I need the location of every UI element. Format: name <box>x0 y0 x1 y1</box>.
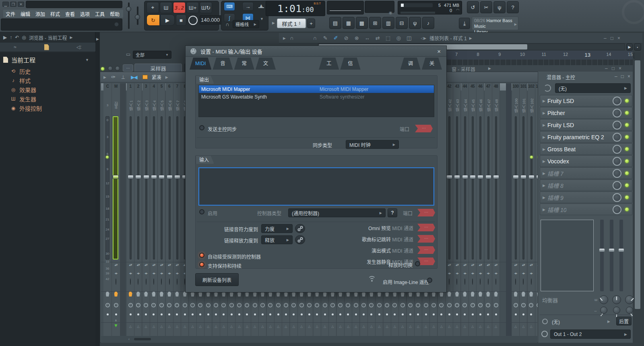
effect-slot[interactable]: ▶ 插槽 10 <box>540 204 632 215</box>
window-toggle-icon[interactable]: ▥ <box>382 17 394 29</box>
chevron-down-icon[interactable]: ▼ <box>260 17 264 21</box>
menu-item[interactable]: 添加 <box>35 10 45 17</box>
slot-mix-knob[interactable] <box>613 121 621 130</box>
option-radio[interactable] <box>199 253 204 258</box>
window-toggle-icon[interactable]: ▦ <box>343 17 355 29</box>
toggle-on-release-radio[interactable] <box>415 261 420 266</box>
collapse-caret-icon[interactable]: ▼ <box>85 58 89 62</box>
toolbar-icon[interactable]: ? <box>507 1 519 13</box>
link-knob-icon[interactable] <box>295 235 305 244</box>
dialog-tab[interactable]: 信息 <box>340 58 360 70</box>
controller-type-select[interactable]: (通用控制器)▶ <box>288 208 386 217</box>
mixer-menu-icon[interactable]: ▶ <box>103 75 106 79</box>
slot-enable-led[interactable] <box>625 135 629 139</box>
library-banner[interactable]: 08/26 Harmor Bass Music Library ▶ <box>472 16 518 30</box>
slot-caret-icon[interactable]: ▶ <box>543 196 545 200</box>
slot-mix-knob[interactable] <box>613 169 621 178</box>
mixer-track-101[interactable]: 101插入 101▴▾◂▸△ <box>520 83 527 342</box>
tab-audio-icon[interactable]: ◁: <box>76 44 82 50</box>
menu-item[interactable]: 帮助 <box>110 10 120 17</box>
minimize-icon[interactable]: ▁ <box>2 2 9 7</box>
toolbar-icon[interactable]: ψ <box>493 1 506 13</box>
slot-caret-icon[interactable]: ▶ <box>543 208 545 212</box>
output-route-icon[interactable] <box>541 331 548 337</box>
eq-knob[interactable] <box>626 307 633 314</box>
eq-band-handle[interactable] <box>609 249 614 252</box>
pattern-add-button[interactable]: + <box>307 19 315 28</box>
window-toggle-icon[interactable]: ▤ <box>329 17 341 29</box>
eq-knob[interactable] <box>612 295 621 304</box>
close-icon[interactable]: ✕ <box>18 2 24 7</box>
master-pitch-handle[interactable] <box>135 14 140 20</box>
channel-target-button[interactable]: ··· <box>123 64 133 72</box>
playlist-scroll-right-icon[interactable]: ▶ <box>626 43 633 51</box>
tree-root[interactable]: 当前工程 ▼ <box>0 52 95 66</box>
playlist-vscroll-thumb[interactable] <box>635 60 640 309</box>
ruler-bar-7[interactable]: 7 <box>455 52 458 57</box>
master-volume-handle[interactable] <box>126 6 131 12</box>
link-select[interactable]: 释放▶ <box>261 235 293 244</box>
playlist-tool-icon[interactable]: ∩ <box>310 35 320 41</box>
playlist-window-controls[interactable]: –□× <box>604 35 620 41</box>
mixer-layout-label[interactable]: 紧凑 <box>152 74 161 80</box>
effect-slot[interactable]: ▶ 插槽 7 <box>540 167 632 179</box>
browser-item[interactable]: ⟲ 历史 <box>0 66 95 76</box>
remote-radio[interactable] <box>427 278 432 283</box>
dialog-tab[interactable]: 关于 <box>422 58 442 70</box>
browser-item[interactable]: ◎ 效果器 <box>0 85 95 94</box>
playlist-tool-icon[interactable]: ◫ <box>404 35 414 41</box>
dialog-tab[interactable]: 调试 <box>400 58 421 70</box>
slot-mix-knob[interactable] <box>613 145 621 154</box>
menu-item[interactable]: 选项 <box>80 10 90 17</box>
post-fx-value[interactable]: (无) <box>552 318 560 325</box>
browser-item[interactable]: ◉ 外接控制 <box>0 103 95 113</box>
link-knob-icon[interactable] <box>295 224 305 233</box>
playlist-tool-icon[interactable]: ⇄ <box>372 35 383 41</box>
mixer-track-46[interactable]: 46插入 46▴▾◂▸△ <box>477 83 484 342</box>
time-display[interactable]: B:S:T 1:01 :00 <box>266 1 325 16</box>
scroll-left-icon[interactable]: ‹ <box>128 337 130 341</box>
playlist-menu-icon[interactable]: ▶ <box>283 36 286 40</box>
ruler-bar-11[interactable]: 11 <box>541 52 546 57</box>
playlist-tool-icon[interactable]: ⊗ <box>351 35 362 41</box>
transport-button[interactable]: Ш↻ <box>200 2 212 13</box>
eq-band-track[interactable] <box>619 220 623 291</box>
up-icon[interactable]: ↑ <box>10 35 12 40</box>
mixer-track-2[interactable]: 2插入 2▴▾◂▸△ <box>134 83 142 342</box>
dialog-tab[interactable]: MIDI <box>190 58 211 70</box>
dialog-tab[interactable]: 常规 <box>234 58 254 70</box>
browser-item[interactable]: Ш 发生器 <box>0 94 95 103</box>
chevron-right-icon[interactable]: ▶ <box>70 35 72 39</box>
search-icon[interactable]: ◎ <box>22 35 26 40</box>
ruler-bar-14[interactable]: 14 <box>606 52 611 57</box>
playlist-tool-icon[interactable]: ✎ <box>320 35 330 41</box>
slot-mix-knob[interactable] <box>613 157 621 166</box>
stop-button[interactable]: ■ <box>176 14 186 26</box>
transport-button[interactable]: Ш <box>160 2 172 13</box>
playlist-zoom-icon[interactable]: ▪ <box>634 43 641 51</box>
transport-button[interactable]: 3.2 <box>173 2 186 13</box>
tab-current-project-icon[interactable] <box>44 44 49 50</box>
effect-slot[interactable]: ▶ Vocodex <box>540 155 632 167</box>
ruler-bar-10[interactable]: 10 <box>520 52 525 57</box>
channel-rack-window-controls[interactable]: –□× <box>605 66 621 71</box>
eq-band-handle[interactable] <box>599 249 605 252</box>
snap-selector[interactable]: 栅格线▶ <box>233 20 259 28</box>
send-sync-radio[interactable] <box>199 125 204 130</box>
pattern-selector[interactable]: 样式 1▲▼ <box>277 19 306 28</box>
effect-slot[interactable]: ▶ Pitcher <box>540 107 632 119</box>
effect-slot[interactable]: ▶ 插槽 9 <box>540 192 632 203</box>
slot-enable-led[interactable] <box>625 208 629 211</box>
effect-slot[interactable]: ▶ Fruity parametric EQ 2 <box>540 131 632 143</box>
slot-enable-led[interactable] <box>625 171 629 175</box>
link-select[interactable]: 力度▶ <box>261 224 293 233</box>
ruler-bar-9[interactable]: 9 <box>498 52 501 57</box>
midi-input-list[interactable] <box>198 167 434 206</box>
transport-button[interactable]: ⌖ <box>147 2 159 13</box>
slot-caret-icon[interactable]: ▶ <box>543 159 545 163</box>
slot-caret-icon[interactable]: ▶ <box>543 99 545 103</box>
toolbar-icon[interactable]: ↺ <box>467 1 479 13</box>
controller-help-button[interactable]: ? <box>388 208 397 217</box>
menu-item[interactable]: 文件 <box>6 10 15 17</box>
speaker-icon[interactable]: ◁▶ <box>421 36 426 40</box>
